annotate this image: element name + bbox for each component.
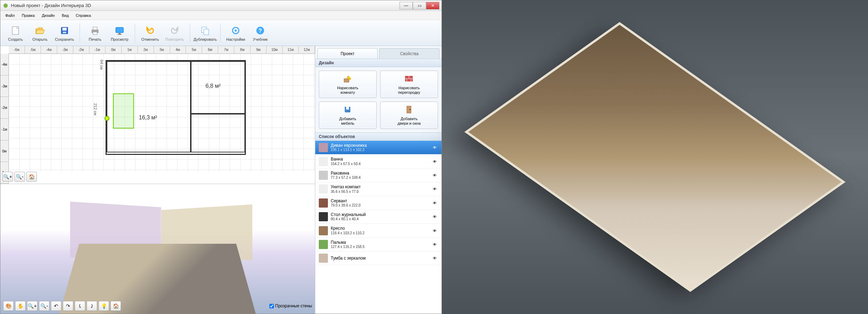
toolbar-duplicate[interactable]: Дублировать: [194, 22, 217, 44]
object-list-item[interactable]: Кресло118.4 x 103.2 x 110.2👁: [315, 224, 442, 237]
visibility-toggle[interactable]: 👁: [431, 172, 438, 179]
preview-zoom-in-button[interactable]: 🔍+: [27, 301, 38, 311]
transparent-walls-checkbox[interactable]: Прозрачные стены: [269, 303, 312, 308]
rotate-left-icon: ↶: [54, 303, 58, 309]
preview-pan-button[interactable]: ✋: [15, 301, 26, 311]
room-2[interactable]: 6,8 м²: [191, 61, 245, 114]
toolbar-undo[interactable]: Отменить: [139, 22, 162, 44]
object-thumb-icon: [319, 254, 328, 263]
object-dimensions: 79.0 x 39.6 x 222.0: [331, 203, 428, 208]
ruler-tick: -4м: [0, 54, 8, 76]
canvas-2d[interactable]: -6м-5м-4м-3м-2м-1м0м1м2м3м4м5м6м7м8м9м10…: [0, 46, 315, 184]
visibility-toggle[interactable]: 👁: [431, 241, 438, 248]
tab-properties[interactable]: Свойства: [379, 48, 439, 59]
toolbar-create[interactable]: Создать: [4, 22, 27, 44]
visibility-toggle[interactable]: 👁: [431, 185, 438, 192]
zoom-in-button[interactable]: 🔍+: [2, 172, 13, 182]
visibility-toggle[interactable]: 👁: [431, 158, 438, 165]
preview-zoom-out-button[interactable]: 🔍-: [39, 301, 49, 311]
visibility-toggle[interactable]: 👁: [431, 255, 438, 262]
visibility-toggle[interactable]: 👁: [431, 199, 438, 207]
add-furniture-button[interactable]: Добавить мебель: [319, 102, 377, 129]
object-thumb-icon: [319, 240, 328, 249]
floorplan[interactable]: 16,3 м² 6,8 м² 84 см 212 см: [106, 60, 246, 155]
menu-view[interactable]: Вид: [58, 12, 72, 19]
design-grid: Нарисовать комнату Нарисовать перегородк…: [315, 67, 442, 132]
zoom-out-icon: 🔍-: [16, 174, 23, 179]
room-2-area-label: 6,8 м²: [206, 83, 221, 89]
svg-rect-7: [93, 32, 97, 34]
ruler-tick: 0м: [0, 140, 8, 162]
light-icon: 💡: [101, 303, 107, 309]
preview-3d-toolbar: 🎨 ✋ 🔍+ 🔍- ↶ ↷ ⤹ ⤸ 💡 🏠 Прозрачные стены: [3, 301, 312, 311]
draw-partition-button[interactable]: Нарисовать перегородку: [380, 71, 438, 98]
preview-tilt-down-button[interactable]: ⤸: [87, 301, 97, 311]
object-list-item[interactable]: Пальма127.4 x 116.2 x 158.5👁: [315, 238, 442, 251]
preview-light-button[interactable]: 💡: [99, 301, 109, 311]
svg-point-27: [409, 109, 410, 110]
add-doors-button[interactable]: Добавить двери и окна: [380, 102, 438, 129]
object-list-item[interactable]: Раковина77.3 x 57.2 x 108.4👁: [315, 169, 442, 182]
object-list-item[interactable]: Диван еврокнижка235.1 x 113.1 x 102.2👁: [315, 141, 442, 155]
object-list-item[interactable]: Унитаз компакт35.6 x 56.5 x 77.0👁: [315, 182, 442, 196]
toolbar-tutorial[interactable]: ? Учебник: [249, 22, 272, 44]
toolbar-print[interactable]: Печать: [83, 22, 107, 44]
object-name: Кресло: [331, 226, 428, 231]
maximize-button[interactable]: ▭: [413, 2, 426, 9]
visibility-toggle[interactable]: 👁: [431, 227, 438, 234]
ruler-tick: 8м: [234, 46, 250, 53]
chair-icon: [343, 105, 353, 115]
ruler-tick: 1м: [122, 46, 138, 53]
object-dimensions: 235.1 x 113.1 x 102.2: [331, 148, 428, 152]
object-list-item[interactable]: Стол журнальный80.4 x 80.1 x 40.4👁: [315, 210, 442, 224]
toolbar-separator: [80, 24, 80, 42]
toolbar-save[interactable]: Сохранить: [53, 22, 76, 44]
toolbar-open[interactable]: Открыть: [28, 22, 52, 44]
object-name: Тумба с зеркалом: [331, 256, 428, 261]
menu-help[interactable]: Справка: [72, 12, 94, 19]
object-list-item[interactable]: Ванна154.2 x 67.5 x 50.4👁: [315, 155, 442, 168]
menu-design[interactable]: Дизайн: [38, 12, 58, 19]
tab-project[interactable]: Проект: [317, 48, 378, 59]
toolbar-preview[interactable]: Просмотр: [108, 22, 131, 44]
preview-tilt-up-button[interactable]: ⤹: [75, 301, 85, 311]
toolbar-redo[interactable]: Повторить: [163, 22, 186, 44]
menu-edit[interactable]: Правка: [18, 12, 38, 19]
preview-rotate-left-button[interactable]: ↶: [51, 301, 61, 311]
pencil-room-icon: [343, 74, 353, 84]
preview-home-button[interactable]: 🏠: [110, 301, 121, 311]
room-1[interactable]: 16,3 м²: [107, 61, 191, 152]
selection-box[interactable]: [113, 93, 134, 129]
preview-rotate-right-button[interactable]: ↷: [63, 301, 73, 311]
object-dimensions: 154.2 x 67.5 x 50.4: [331, 162, 428, 166]
menu-file[interactable]: Файл: [2, 12, 18, 19]
preview-3d[interactable]: 🎨 ✋ 🔍+ 🔍- ↶ ↷ ⤹ ⤸ 💡 🏠 Прозрачные стены: [0, 184, 315, 314]
object-list-item[interactable]: Тумба с зеркалом👁: [315, 251, 442, 265]
zoom-out-icon: 🔍-: [40, 303, 48, 309]
app-window: Новый проект - Дизайн Интерьера 3D — ▭ ✕…: [0, 0, 442, 314]
visibility-toggle[interactable]: 👁: [431, 144, 438, 151]
object-name: Стол журнальный: [331, 212, 428, 217]
object-list[interactable]: Диван еврокнижка235.1 x 113.1 x 102.2👁Ва…: [315, 141, 442, 314]
visibility-toggle[interactable]: 👁: [431, 213, 438, 220]
close-button[interactable]: ✕: [426, 2, 439, 9]
svg-rect-3: [62, 28, 67, 31]
preview-color-picker[interactable]: 🎨: [3, 301, 14, 311]
selection-handle[interactable]: [105, 116, 109, 121]
object-dimensions: 80.4 x 80.1 x 40.4: [331, 217, 428, 221]
object-name: Пальма: [331, 240, 428, 245]
home-view-button[interactable]: 🏠: [26, 172, 37, 182]
toolbar-settings[interactable]: Настройки: [224, 22, 247, 44]
svg-rect-8: [116, 27, 123, 33]
svg-rect-24: [345, 107, 346, 110]
zoom-out-button[interactable]: 🔍-: [14, 172, 25, 182]
room-3[interactable]: [191, 114, 245, 152]
window-title: Новый проект - Дизайн Интерьера 3D: [11, 3, 399, 8]
object-list-item[interactable]: Сервант79.0 x 39.6 x 222.0👁: [315, 196, 442, 210]
minimize-button[interactable]: —: [399, 2, 413, 9]
draw-room-button[interactable]: Нарисовать комнату: [319, 71, 377, 98]
svg-rect-6: [93, 27, 97, 30]
toolbar-separator: [135, 24, 135, 42]
ruler-tick: 7м: [218, 46, 234, 53]
titlebar: Новый проект - Дизайн Интерьера 3D — ▭ ✕: [0, 0, 442, 11]
